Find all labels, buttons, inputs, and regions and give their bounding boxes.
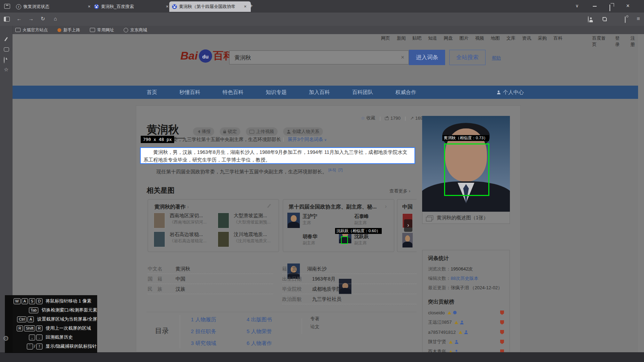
toc-sub-link[interactable]: · 论文 [308, 324, 319, 330]
contributor-link[interactable]: a7857491812 [428, 330, 456, 335]
window-restore-button[interactable] [610, 5, 610, 11]
toc-sub-link[interactable]: · 专著 [308, 316, 319, 322]
nav-link[interactable]: 注册 [630, 35, 638, 48]
bookmark-item[interactable]: 火狐官方站点 [15, 27, 48, 33]
bookmark-item[interactable]: 新手上路 [57, 27, 80, 33]
bookmark-item[interactable]: 常用网址 [90, 27, 114, 33]
tab-close-icon[interactable]: × [242, 4, 248, 9]
book-title[interactable]: 西南地区深切... [170, 213, 211, 219]
search-input[interactable]: 黄润秋 × [229, 50, 409, 64]
home-button[interactable]: ⌂ [51, 14, 60, 23]
person-name[interactable]: 石泰峰 [354, 213, 369, 220]
contributor-link[interactable]: 陕甘宁贤 [428, 339, 446, 345]
contributor-link[interactable]: closeido [428, 310, 445, 315]
edit-pencil-icon[interactable] [267, 204, 271, 208]
browser-tab-2[interactable]: 黄润秋_百度搜索 × [91, 1, 173, 12]
person-name[interactable]: 胡春华 [303, 234, 317, 240]
toc-link[interactable]: 4 出版图书 [247, 316, 272, 323]
firefox-view-icon[interactable] [4, 4, 10, 9]
baike-logo[interactable]: Bai du 百科 [180, 49, 234, 63]
gallery-caption-bar[interactable]: 黄润秋的概述图（1张） [422, 212, 510, 224]
nav-link[interactable]: 网页 [381, 35, 390, 41]
book-cover[interactable] [154, 213, 165, 228]
book-cover[interactable] [154, 231, 165, 247]
favorite-button[interactable]: ☆收藏 [361, 115, 375, 121]
editor-link[interactable]: 张疯子泪 [451, 285, 469, 290]
enter-entry-button[interactable]: 进入词条 [409, 50, 445, 65]
upload-video-button[interactable]: 上传视频 [246, 127, 278, 136]
book-title[interactable]: 汶川地震地质... [234, 231, 276, 238]
card-title[interactable]: 第十四届全国政协主席、副主席、秘... [289, 204, 380, 210]
create-relation-button[interactable]: 创建人物关系 [283, 127, 323, 136]
country-link[interactable]: 中国 [176, 276, 185, 282]
nav-link[interactable]: 采购 [538, 35, 547, 41]
clear-search-icon[interactable]: × [401, 54, 404, 60]
city-link[interactable]: 长沙 [317, 266, 327, 272]
star-icon[interactable]: ☆ [4, 67, 8, 72]
list-tabs-chevron-icon[interactable]: ∨ [575, 3, 579, 8]
site-search-button[interactable]: 全站搜索 [449, 50, 486, 65]
nav-link[interactable]: 图片 [459, 35, 468, 41]
view-more-link[interactable]: 查看更多 › [389, 188, 410, 194]
channel-link[interactable]: 百科团队 [352, 89, 373, 96]
account-icon[interactable] [588, 16, 589, 23]
new-tab-button[interactable]: + [249, 3, 253, 9]
nav-link[interactable]: 贴吧 [412, 35, 421, 41]
history-versions-link[interactable]: 历史版本 [460, 276, 478, 281]
toc-link[interactable]: 1 人物履历 [191, 316, 216, 323]
channel-link[interactable]: 特色百科 [223, 89, 243, 96]
toc-link[interactable]: 3 研究领域 [191, 340, 216, 347]
channel-link[interactable]: 加入百科 [309, 89, 330, 96]
bookmark-item[interactable]: 京东商城 [124, 27, 147, 33]
history-clock-icon[interactable] [4, 57, 5, 63]
extensions-puzzle-icon[interactable] [625, 16, 626, 23]
book-title[interactable]: 岩石高边坡稳... [170, 231, 211, 238]
person-name[interactable]: 沈跃跃 [354, 234, 369, 240]
person-photo[interactable] [402, 233, 413, 247]
lock-entry-button[interactable]: 锁定 [220, 127, 240, 136]
sidebar-toggle-icon[interactable] [4, 17, 10, 22]
window-close-button[interactable]: × [626, 3, 629, 9]
contributor-link[interactable]: 王远江0857 [428, 319, 452, 325]
channel-link[interactable]: 秒懂百科 [179, 89, 200, 96]
nav-link[interactable]: 网盘 [444, 35, 453, 41]
person-photo[interactable] [287, 213, 300, 228]
nav-link[interactable]: 新闻 [397, 35, 406, 41]
card-title[interactable]: 中国 [402, 204, 416, 210]
nav-link[interactable]: 地图 [491, 35, 500, 41]
like-button[interactable]: 1790 [385, 116, 401, 121]
nav-link[interactable]: 文库 [506, 35, 515, 41]
menu-icon[interactable]: ≡ [637, 16, 640, 22]
nav-link[interactable]: 百度首页 [592, 35, 607, 48]
capture-settings-gear-icon[interactable]: ⚙ [3, 335, 9, 342]
chevron-right-icon[interactable]: › [385, 204, 387, 209]
book-cover[interactable] [218, 231, 229, 247]
account-center-link[interactable]: 个人中心 [497, 89, 524, 96]
window-minimize-button[interactable] [593, 6, 597, 7]
reference-link[interactable]: [4-5] [328, 168, 336, 172]
toc-link[interactable]: 5 人物荣誉 [247, 328, 272, 335]
forward-button[interactable]: → [26, 14, 36, 23]
back-button[interactable]: ← [15, 14, 24, 23]
toc-link[interactable]: 2 担任职务 [191, 328, 216, 335]
chat-icon[interactable] [4, 47, 9, 52]
carousel-next-button[interactable]: › [404, 219, 412, 232]
broadcast-button[interactable]: 播报 [193, 127, 214, 136]
channel-link[interactable]: 知识专题 [266, 89, 287, 96]
help-link[interactable]: 帮助 [492, 55, 501, 61]
reload-button[interactable]: ↻ [38, 14, 47, 23]
nav-link[interactable]: 登录 [615, 35, 623, 48]
nav-link[interactable]: 视频 [475, 35, 484, 41]
edit-pen-icon[interactable] [5, 37, 8, 41]
expand-synonyms-link[interactable]: 展开3个同名词条 ∨ [288, 136, 327, 143]
browser-tab-3-active[interactable]: 黄润秋（第十四届全国政协常 × [169, 1, 251, 12]
channel-link[interactable]: 权威合作 [395, 89, 416, 96]
browser-tab-1[interactable]: 恢复浏览状态 × [13, 1, 95, 12]
book-title[interactable]: 大型滑坡监测... [234, 213, 276, 219]
nav-link[interactable]: 知道 [428, 35, 437, 41]
reference-link[interactable]: [7] [339, 168, 343, 172]
toc-link[interactable]: 6 人物著作 [247, 340, 272, 347]
book-cover[interactable] [218, 213, 229, 228]
card-title[interactable]: 黄润秋的著作 › [154, 204, 189, 210]
person-name[interactable]: 王沪宁 [303, 213, 317, 220]
